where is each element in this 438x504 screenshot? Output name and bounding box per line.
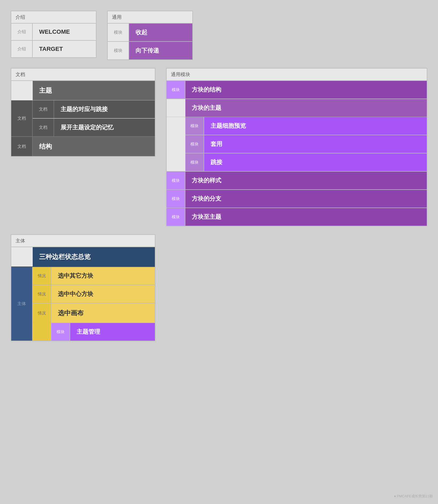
body-sub-label-2: 情况 (33, 285, 51, 303)
gm-content-style: 方块的样式 (185, 172, 427, 189)
gm-sub-label-preview: 模块 (185, 117, 204, 135)
gm-section-theme: 方块的主题 模块 主题细胞预览 模块 套用 (167, 99, 427, 172)
gm-content-branch: 方块的分支 (185, 190, 427, 208)
gm-label-structure: 模块 (167, 81, 185, 99)
body-theme-mgmt-inner: 模块 主题管理 (33, 323, 155, 341)
gm-sub-label-jump: 模块 (185, 153, 204, 171)
general-content-2: 向下传递 (129, 42, 192, 59)
body-nested-rows: 情况 选中其它方块 情况 选中中心方块 情况 选中画布 (33, 267, 155, 341)
general-content-1: 收起 (129, 24, 192, 41)
general-header: 通用 (108, 11, 192, 24)
general-row-1: 模块 收起 (108, 24, 192, 42)
gm-sub-row-apply: 模块 套用 (185, 135, 427, 153)
gm-sub-content-jump: 跳接 (204, 153, 427, 171)
body-sub-section-canvas: 情况 选中画布 模块 主题管理 (33, 303, 155, 341)
doc-structure-content: 结构 (33, 137, 155, 156)
body-theme-mgmt-content: 主题管理 (70, 323, 155, 341)
doc-nested-outer: 文档 文档 主题的对应与跳接 文档 展开主题设定的记忆 (11, 100, 155, 136)
body-canvas-header-row: 情况 选中画布 (33, 303, 155, 323)
body-canvas-outer-label: 情况 (33, 303, 51, 323)
body-overview-title: 三种边栏状态总览 (33, 247, 155, 266)
body-table: 主体 三种边栏状态总览 主体 情况 选中其它方块 情况 (11, 234, 155, 341)
gm-theme-header-row: 方块的主题 (167, 99, 427, 117)
body-sub-label-1: 情况 (33, 267, 51, 285)
gm-row-branch: 模块 方块的分支 (167, 190, 427, 208)
top-row: 介绍 介绍 WELCOME 介绍 TARGET 通用 模块 收起 模块 向下传递 (11, 11, 427, 60)
doc-table: 文档 主题 文档 文档 主题的对应与跳接 (11, 68, 155, 157)
doc-sub-row-1: 文档 主题的对应与跳接 (33, 100, 155, 119)
gm-theme-title: 方块的主题 (185, 99, 427, 117)
body-sub-content-2: 选中中心方块 (51, 285, 155, 303)
general-label-1: 模块 (108, 24, 129, 41)
gm-row-style: 模块 方块的样式 (167, 172, 427, 190)
doc-nested-label: 文档 (11, 100, 33, 136)
gm-header: 通用模块 (167, 69, 427, 81)
doc-sub-content-1: 主题的对应与跳接 (54, 100, 155, 118)
body-canvas-title: 选中画布 (51, 303, 155, 323)
general-label-2: 模块 (108, 42, 129, 59)
gm-sub-content-apply: 套用 (204, 135, 427, 153)
gm-sub-label-apply: 模块 (185, 135, 204, 153)
gm-theme-sub-rows: 模块 主题细胞预览 模块 套用 模块 跳接 (185, 117, 427, 171)
doc-header: 文档 (11, 69, 155, 81)
gm-label-style: 模块 (167, 172, 185, 189)
body-nested-outer: 主体 情况 选中其它方块 情况 选中中心方块 (11, 267, 155, 341)
body-theme-mgmt-spacer (33, 323, 51, 341)
body-outer-label: 主体 (11, 267, 33, 341)
intro-table: 介绍 介绍 WELCOME 介绍 TARGET (11, 11, 96, 58)
watermark: ♦ PMCAFE成长营第11期 (394, 494, 433, 499)
body-header: 主体 (11, 235, 155, 247)
intro-row-2: 介绍 TARGET (11, 41, 96, 57)
doc-sub-label-2: 文档 (33, 119, 54, 136)
bottom-row: 主体 三种边栏状态总览 主体 情况 选中其它方块 情况 (11, 234, 427, 341)
gm-table: 通用模块 模块 方块的结构 方块的主题 模块 (166, 68, 427, 226)
doc-theme-title: 主题 (33, 81, 155, 100)
gm-content-to-theme: 方块至主题 (185, 208, 427, 226)
gm-row-to-theme: 模块 方块至主题 (167, 208, 427, 226)
body-sub-row-2: 情况 选中中心方块 (33, 285, 155, 303)
middle-row: 文档 主题 文档 文档 主题的对应与跳接 (11, 68, 427, 226)
doc-theme-header-row: 主题 (11, 81, 155, 100)
body-sub-content-1: 选中其它方块 (51, 267, 155, 285)
intro-label-1: 介绍 (11, 24, 33, 40)
doc-sub-label-1: 文档 (33, 100, 54, 118)
body-sub-row-1: 情况 选中其它方块 (33, 267, 155, 285)
gm-row-structure: 模块 方块的结构 (167, 81, 427, 99)
general-table: 通用 模块 收起 模块 向下传递 (107, 11, 193, 60)
doc-structure-row: 文档 结构 (11, 137, 155, 156)
gm-sub-row-preview: 模块 主题细胞预览 (185, 117, 427, 135)
gm-sub-row-jump: 模块 跳接 (185, 153, 427, 171)
doc-nested-rows: 文档 主题的对应与跳接 文档 展开主题设定的记忆 (33, 100, 155, 136)
intro-label-2: 介绍 (11, 41, 33, 57)
intro-content-2: TARGET (33, 41, 96, 57)
general-row-2: 模块 向下传递 (108, 42, 192, 59)
gm-theme-nested: 模块 主题细胞预览 模块 套用 模块 跳接 (167, 117, 427, 171)
body-overview-row: 三种边栏状态总览 (11, 247, 155, 267)
intro-content-1: WELCOME (33, 24, 96, 40)
body-theme-mgmt-label: 模块 (51, 323, 70, 341)
gm-sub-content-preview: 主题细胞预览 (204, 117, 427, 135)
gm-label-branch: 模块 (167, 190, 185, 208)
doc-section-theme: 主题 文档 文档 主题的对应与跳接 文档 展开主题设定的记忆 (11, 81, 155, 137)
gm-content-structure: 方块的结构 (185, 81, 427, 99)
doc-sub-content-2: 展开主题设定的记忆 (54, 119, 155, 136)
intro-row-1: 介绍 WELCOME (11, 24, 96, 41)
doc-sub-row-2: 文档 展开主题设定的记忆 (33, 119, 155, 136)
doc-structure-label: 文档 (11, 137, 33, 156)
body-theme-mgmt-row: 模块 主题管理 (33, 323, 155, 341)
page-container: 介绍 介绍 WELCOME 介绍 TARGET 通用 模块 收起 模块 向下传递 (11, 11, 427, 341)
intro-header: 介绍 (11, 11, 96, 24)
gm-label-to-theme: 模块 (167, 208, 185, 226)
